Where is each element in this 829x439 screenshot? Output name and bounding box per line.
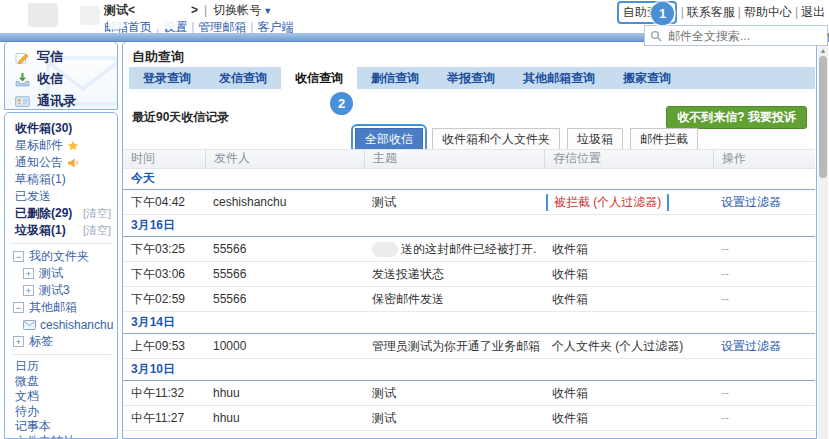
tree-label: 其他邮箱	[29, 299, 77, 316]
folder-label: 星标邮件	[15, 137, 63, 154]
top-link-customer-service[interactable]: 联系客服	[687, 5, 735, 19]
sidebar-item-tags[interactable]: +标签	[5, 333, 117, 350]
filter-all-mail[interactable]: 全部收信	[355, 128, 423, 150]
location-text: 收件箱	[552, 411, 588, 425]
table-row[interactable]: 下午04:42ceshishanchu测试被拦截 (个人过滤器)设置过滤器	[123, 190, 815, 215]
app-list: 日历微盘文档待办记事本文件中转站	[5, 359, 117, 439]
sidebar-item-announcements[interactable]: 通知公告	[5, 154, 117, 171]
cell-location: 收件箱	[544, 410, 713, 427]
expand-plus-icon[interactable]: +	[23, 285, 34, 296]
location-text: 收件箱	[552, 242, 588, 256]
top-link-help-center[interactable]: 帮助中心	[744, 5, 792, 19]
search-dropdown-caret-icon[interactable]: ▼	[825, 31, 829, 41]
no-action-dash: --	[721, 386, 729, 400]
sidebar-item-file-transfer[interactable]: 文件中转站	[5, 434, 117, 439]
sidebar-item-inbox[interactable]: 收件箱(30)	[5, 120, 117, 137]
scrollbar-thumb[interactable]	[819, 56, 827, 178]
empty-folder-link[interactable]: [清空]	[83, 206, 111, 221]
sidebar-item-receive[interactable]: 收信	[5, 68, 117, 90]
sidebar-item-label: 通讯录	[37, 92, 76, 110]
table-row[interactable]: 下午02:5955566保密邮件发送收件箱--	[123, 287, 815, 312]
divider	[11, 243, 111, 244]
folder-label: 通知公告	[15, 154, 63, 171]
col-sender: 发件人	[205, 150, 364, 168]
table-group-date: 3月16日	[123, 215, 815, 237]
cell-subject: 测试	[364, 194, 544, 211]
account-name: 测试<>|切换帐号▼	[104, 3, 293, 18]
folder-tree: −我的文件夹+测试+测试3−其他邮箱ceshishanchu+标签	[5, 248, 117, 350]
table-row[interactable]: 上午09:5310000管理员测试为你开通了业务邮箱个人文件夹 (个人过滤器)设…	[123, 334, 815, 359]
pencil-icon	[15, 50, 30, 65]
cell-action: 设置过滤器	[713, 194, 815, 211]
collapse-minus-icon[interactable]: −	[13, 251, 24, 262]
sidebar-item-junk[interactable]: 垃圾箱(1)[清空]	[5, 222, 117, 239]
sidebar-item-compose[interactable]: 写信	[5, 46, 117, 68]
sidebar-item-sent[interactable]: 已发送	[5, 188, 117, 205]
vertical-scrollbar[interactable]: ▲	[818, 46, 828, 439]
collapse-minus-icon[interactable]: −	[13, 302, 24, 313]
col-subject: 主题	[364, 150, 544, 168]
no-action-dash: --	[721, 411, 729, 425]
set-filter-link[interactable]: 设置过滤器	[721, 339, 781, 353]
tab-receive-query[interactable]: 收信查询	[281, 67, 357, 89]
sidebar-item-folder-test3[interactable]: +测试3	[5, 282, 117, 299]
sidebar-item-starred[interactable]: 星标邮件	[5, 137, 117, 154]
table-row[interactable]: 下午03:2555566送的这封邮件已经被打开.收件箱--	[123, 237, 815, 262]
cell-time: 中午11:32	[123, 385, 205, 402]
empty-folder-link[interactable]: [清空]	[83, 223, 111, 238]
sidebar-item-deleted[interactable]: 已删除(29)[清空]	[5, 205, 117, 222]
sidebar-item-calendar[interactable]: 日历	[5, 359, 117, 374]
account-name-suffix: >	[191, 3, 198, 17]
tab-send-query[interactable]: 发信查询	[205, 67, 281, 89]
no-action-dash: --	[721, 267, 729, 281]
folder-list: 收件箱(30)星标邮件通知公告草稿箱(1)已发送已删除(29)[清空]垃圾箱(1…	[5, 120, 117, 239]
filter-junk-box[interactable]: 垃圾箱	[567, 128, 623, 150]
set-filter-link[interactable]: 设置过滤器	[721, 195, 781, 209]
cell-time: 下午02:59	[123, 291, 205, 308]
sidebar-item-other-mailboxes[interactable]: −其他邮箱	[5, 299, 117, 316]
tab-login-query[interactable]: 登录查询	[129, 67, 205, 89]
cell-time: 下午04:42	[123, 194, 205, 211]
callout-2-badge: 2	[330, 92, 353, 115]
tab-other-mailbox-query[interactable]: 其他邮箱查询	[509, 67, 609, 89]
star-icon	[67, 140, 79, 152]
table-row[interactable]: 下午03:0655566发送投递状态收件箱--	[123, 262, 815, 287]
filter-inbox-and-personal-folders[interactable]: 收件箱和个人文件夹	[432, 128, 560, 150]
cell-sender: 10000	[205, 339, 364, 353]
search-field[interactable]	[666, 28, 825, 44]
top-link-logout[interactable]: 退出	[801, 5, 825, 19]
cell-time: 上午09:53	[123, 338, 205, 355]
sidebar-item-todo[interactable]: 待办	[5, 404, 117, 419]
table-row[interactable]: 中午11:32hhuu测试收件箱--	[123, 381, 815, 406]
nav-client[interactable]: 客户端	[257, 20, 293, 34]
sidebar-item-folder-test[interactable]: +测试	[5, 265, 117, 282]
nav-manage-mail[interactable]: 管理邮箱	[198, 20, 246, 34]
cell-subject: 管理员测试为你开通了业务邮箱	[364, 338, 544, 355]
sidebar-item-wdrive[interactable]: 微盘	[5, 374, 117, 389]
redaction-patch	[372, 242, 398, 257]
location-text: 被拦截 (个人过滤器)	[554, 195, 661, 209]
scroll-up-arrow-icon[interactable]: ▲	[818, 47, 828, 55]
tab-delete-query[interactable]: 删信查询	[357, 67, 433, 89]
tab-migration-query[interactable]: 搬家查询	[609, 67, 685, 89]
table-body: 今天下午04:42ceshishanchu测试被拦截 (个人过滤器)设置过滤器3…	[123, 168, 815, 438]
filter-intercepted-mail[interactable]: 邮件拦截	[630, 128, 698, 150]
redaction-overlay	[150, 18, 178, 29]
cell-sender: ceshishanchu	[205, 195, 364, 209]
switch-account-link[interactable]: 切换帐号	[213, 3, 261, 17]
cell-sender: 55566	[205, 242, 364, 256]
tab-report-query[interactable]: 举报查询	[433, 67, 509, 89]
sidebar-item-docs[interactable]: 文档	[5, 389, 117, 404]
expand-plus-icon[interactable]: +	[13, 336, 24, 347]
sidebar-item-other-mailbox-account[interactable]: ceshishanchu	[5, 316, 117, 333]
expand-plus-icon[interactable]: +	[23, 268, 34, 279]
divider	[11, 354, 111, 355]
cell-subject: 发送投递状态	[364, 266, 544, 283]
sidebar-item-contacts[interactable]: 通讯录	[5, 90, 117, 110]
cell-sender: 55566	[205, 267, 364, 281]
sidebar-item-my-folders[interactable]: −我的文件夹	[5, 248, 117, 265]
search-input[interactable]: ▼	[644, 25, 828, 46]
table-row[interactable]: 中午11:27hhuu测试收件箱--	[123, 406, 815, 431]
sidebar-item-notes[interactable]: 记事本	[5, 419, 117, 434]
sidebar-item-drafts[interactable]: 草稿箱(1)	[5, 171, 117, 188]
